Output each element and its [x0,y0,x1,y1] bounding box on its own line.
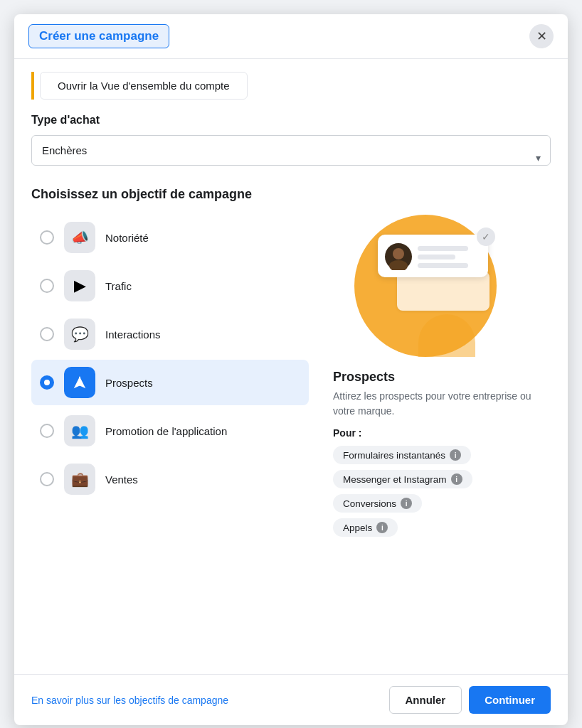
tag-formulaires: Formulaires instantanés i [333,446,471,464]
modal-header: Créer une campagne ✕ [14,14,568,59]
illus-check: ✓ [477,228,495,246]
label-promotion: Promotion de l'application [105,425,227,437]
modal-title: Créer une campagne [28,24,169,48]
illus-lines [418,243,481,268]
objective-section-title: Choisissez un objectif de campagne [31,187,551,202]
detail-title: Prospects [333,370,551,385]
label-interactions: Interactions [105,328,161,341]
illus-card-behind [397,272,490,311]
icon-ventes: 💼 [64,464,95,495]
icon-promotion: 👥 [64,415,95,446]
objectives-layout: 📣 Notoriété ▶ Trafic 💬 Interactions [31,215,551,537]
tag-appels: Appels i [333,518,398,537]
illus-card: ✓ [378,235,488,277]
radio-promotion [40,424,54,438]
close-button[interactable]: ✕ [529,24,554,48]
illus-line-2 [418,255,455,259]
label-trafic: Trafic [105,280,132,292]
objective-interactions[interactable]: 💬 Interactions [31,311,309,357]
account-overview-section: Ouvrir la Vue d'ensemble du compte [31,72,551,100]
purchase-type-label: Type d'achat [31,114,551,127]
objective-notoriete[interactable]: 📣 Notoriété [31,215,309,260]
icon-prospects [64,367,95,398]
detail-pour: Pour : [333,427,551,439]
objective-prospects[interactable]: Prospects [31,360,309,405]
objective-promotion[interactable]: 👥 Promotion de l'application [31,408,309,454]
modal: Créer une campagne ✕ Ouvrir la Vue d'ens… [14,14,568,725]
purchase-type-wrapper: Enchères Portée et fréquence [31,135,551,180]
illus-avatar-svg [385,243,412,270]
illus-line-1 [418,246,468,251]
continue-button[interactable]: Continuer [469,686,551,714]
tag-formulaires-info[interactable]: i [450,449,461,461]
detail-illustration: ✓ [333,215,497,357]
purchase-type-select[interactable]: Enchères Portée et fréquence [31,135,551,166]
detail-desc: Attirez les prospects pour votre entrepr… [333,389,551,419]
objective-trafic[interactable]: ▶ Trafic [31,263,309,309]
tag-messenger-info[interactable]: i [451,473,462,485]
tag-appels-info[interactable]: i [376,522,388,533]
icon-interactions: 💬 [64,318,95,350]
tags-list: Formulaires instantanés i Messenger et I… [333,446,551,537]
radio-interactions [40,327,54,341]
footer-buttons: Annuler Continuer [389,686,551,714]
illus-avatar-container [385,243,412,270]
account-overview-button[interactable]: Ouvrir la Vue d'ensemble du compte [40,72,248,100]
label-prospects: Prospects [105,377,153,389]
svg-point-3 [393,248,404,259]
radio-ventes [40,472,54,486]
illus-line-3 [418,263,468,268]
cancel-button[interactable]: Annuler [389,686,462,714]
tag-conversions-info[interactable]: i [401,498,412,509]
modal-footer: En savoir plus sur les objectifs de camp… [14,674,568,725]
objectives-list: 📣 Notoriété ▶ Trafic 💬 Interactions [31,215,309,502]
tag-messenger-label: Messenger et Instagram [343,474,447,485]
footer-learn-link[interactable]: En savoir plus sur les objectifs de camp… [31,695,228,706]
icon-trafic: ▶ [64,270,95,301]
label-ventes: Ventes [105,473,138,486]
modal-body: Ouvrir la Vue d'ensemble du compte Type … [14,59,568,674]
tag-conversions: Conversions i [333,494,422,513]
icon-notoriete: 📣 [64,222,95,253]
label-notoriete: Notoriété [105,232,149,244]
radio-prospects [40,375,54,390]
radio-trafic [40,279,54,293]
objective-detail: ✓ Prospects Attirez les prospects pour v… [326,215,551,537]
tag-conversions-label: Conversions [343,498,396,509]
radio-notoriete [40,230,54,245]
objective-ventes[interactable]: 💼 Ventes [31,456,309,502]
tag-messenger: Messenger et Instagram i [333,470,472,488]
tag-appels-label: Appels [343,523,372,533]
tag-formulaires-label: Formulaires instantanés [343,450,445,461]
